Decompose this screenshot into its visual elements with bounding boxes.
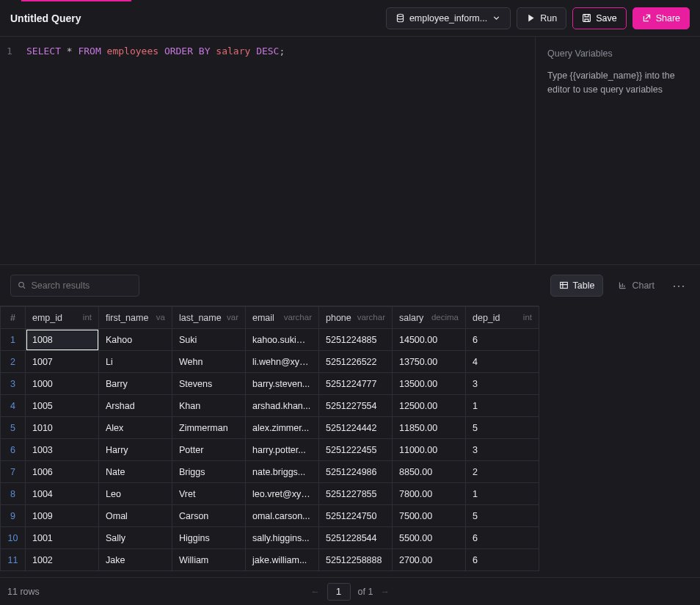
cell-emp_id[interactable]: 1002 [26,549,99,571]
column-header-dep_id[interactable]: dep_idint [466,307,539,329]
column-header-salary[interactable]: salarydecima [393,307,466,329]
row-index[interactable]: 4 [1,395,26,417]
cell-emp_id[interactable]: 1000 [26,373,99,395]
row-index[interactable]: 1 [1,329,26,351]
page-prev[interactable]: ← [310,587,320,597]
cell-dep_id[interactable]: 2 [466,461,539,483]
cell-dep_id[interactable]: 6 [466,527,539,549]
row-index[interactable]: 3 [1,373,26,395]
sql-code[interactable]: SELECT * FROM employees ORDER BY salary … [19,44,292,257]
column-header-last_name[interactable]: last_namevar [172,307,246,329]
cell-salary[interactable]: 13500.00 [393,373,466,395]
cell-dep_id[interactable]: 5 [466,417,539,439]
cell-last_name[interactable]: Stevens [172,373,246,395]
cell-email[interactable]: li.wehn@xyz.... [246,351,319,373]
cell-dep_id[interactable]: 5 [466,505,539,527]
cell-salary[interactable]: 7800.00 [393,483,466,505]
cell-salary[interactable]: 7500.00 [393,505,466,527]
table-row[interactable]: 31000BarryStevensbarry.steven...52512247… [1,373,539,395]
cell-last_name[interactable]: Vret [172,483,246,505]
cell-dep_id[interactable]: 4 [466,351,539,373]
row-index[interactable]: 2 [1,351,26,373]
cell-phone[interactable]: 5251227855 [319,483,393,505]
table-row[interactable]: 111002JakeWilliamjake.william...52512258… [1,549,539,571]
cell-emp_id[interactable]: 1003 [26,439,99,461]
row-index[interactable]: 5 [1,417,26,439]
table-row[interactable]: 11008KahooSukikahoo.suki@...525122488514… [1,329,539,351]
cell-first_name[interactable]: Alex [99,417,172,439]
cell-first_name[interactable]: Li [99,351,172,373]
cell-emp_id[interactable]: 1007 [26,351,99,373]
cell-email[interactable]: arshad.khan... [246,395,319,417]
view-chart[interactable]: Chart [609,275,663,297]
cell-last_name[interactable]: Wehn [172,351,246,373]
cell-dep_id[interactable]: 6 [466,549,539,571]
cell-last_name[interactable]: Khan [172,395,246,417]
cell-email[interactable]: jake.william... [246,549,319,571]
cell-email[interactable]: leo.vret@xyz... [246,483,319,505]
cell-phone[interactable]: 5251222455 [319,439,393,461]
table-row[interactable]: 41005ArshadKhanarshad.khan...52512275541… [1,395,539,417]
save-button[interactable]: Save [572,7,627,29]
results-table[interactable]: # emp_idintfirst_namevalast_namevaremail… [0,306,539,571]
cell-dep_id[interactable]: 6 [466,329,539,351]
row-index[interactable]: 6 [1,439,26,461]
cell-first_name[interactable]: Nate [99,461,172,483]
cell-dep_id[interactable]: 1 [466,483,539,505]
cell-email[interactable]: harry.potter... [246,439,319,461]
cell-last_name[interactable]: Carson [172,505,246,527]
run-button[interactable]: Run [517,7,566,29]
cell-salary[interactable]: 13750.00 [393,351,466,373]
table-row[interactable]: 101001SallyHigginssally.higgins...525122… [1,527,539,549]
cell-first_name[interactable]: Kahoo [99,329,172,351]
cell-dep_id[interactable]: 3 [466,373,539,395]
table-row[interactable]: 81004LeoVretleo.vret@xyz...5251227855780… [1,483,539,505]
cell-email[interactable]: nate.briggs... [246,461,319,483]
table-row[interactable]: 61003HarryPotterharry.potter...525122245… [1,439,539,461]
cell-phone[interactable]: 5251224750 [319,505,393,527]
share-button[interactable]: Share [632,7,690,29]
cell-dep_id[interactable]: 3 [466,439,539,461]
index-header[interactable]: # [1,307,26,329]
page-next[interactable]: → [380,587,390,597]
cell-first_name[interactable]: Barry [99,373,172,395]
cell-emp_id[interactable]: 1004 [26,483,99,505]
cell-phone[interactable]: 5251224442 [319,417,393,439]
table-row[interactable]: 51010AlexZimmermanalex.zimmer...52512244… [1,417,539,439]
cell-phone[interactable]: 5251224885 [319,329,393,351]
column-header-emp_id[interactable]: emp_idint [26,307,99,329]
cell-emp_id[interactable]: 1010 [26,417,99,439]
cell-email[interactable]: omal.carson... [246,505,319,527]
more-menu[interactable]: ⋯ [669,278,690,294]
row-index[interactable]: 10 [1,527,26,549]
cell-email[interactable]: kahoo.suki@... [246,329,319,351]
cell-emp_id[interactable]: 1001 [26,527,99,549]
table-row[interactable]: 21007LiWehnli.wehn@xyz....52512265221375… [1,351,539,373]
cell-first_name[interactable]: Harry [99,439,172,461]
cell-last_name[interactable]: Zimmerman [172,417,246,439]
cell-email[interactable]: sally.higgins... [246,527,319,549]
column-header-phone[interactable]: phonevarchar [319,307,393,329]
cell-phone[interactable]: 5251224986 [319,461,393,483]
cell-salary[interactable]: 14500.00 [393,329,466,351]
cell-last_name[interactable]: Potter [172,439,246,461]
cell-emp_id[interactable]: 1005 [26,395,99,417]
row-index[interactable]: 11 [1,549,26,571]
row-index[interactable]: 9 [1,505,26,527]
cell-last_name[interactable]: Briggs [172,461,246,483]
cell-first_name[interactable]: Omal [99,505,172,527]
cell-first_name[interactable]: Arshad [99,395,172,417]
cell-salary[interactable]: 11000.00 [393,439,466,461]
cell-dep_id[interactable]: 1 [466,395,539,417]
cell-last_name[interactable]: Suki [172,329,246,351]
search-results[interactable] [10,275,139,297]
table-row[interactable]: 71006NateBriggsnate.briggs...52512249868… [1,461,539,483]
cell-last_name[interactable]: William [172,549,246,571]
search-input[interactable] [31,280,132,291]
cell-last_name[interactable]: Higgins [172,527,246,549]
cell-salary[interactable]: 12500.00 [393,395,466,417]
column-header-email[interactable]: emailvarchar [246,307,319,329]
row-index[interactable]: 8 [1,483,26,505]
query-title[interactable]: Untitled Query [10,12,81,24]
cell-emp_id[interactable]: 1008 [26,329,99,351]
